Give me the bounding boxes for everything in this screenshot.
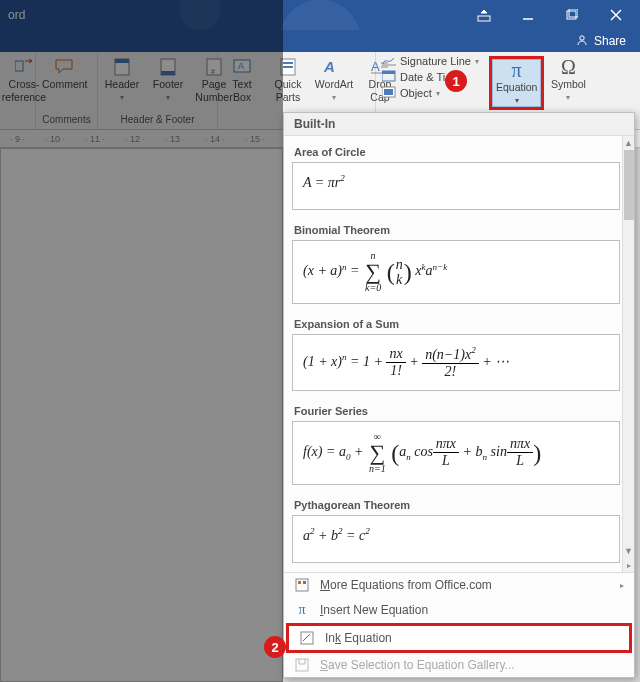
equation-gallery-heading: Fourier Series (290, 399, 622, 421)
pi-icon: π (294, 602, 310, 618)
text-box-label: Text Box (232, 78, 251, 103)
equation-gallery-heading: Area of Circle (290, 140, 622, 162)
equation-bottom-commands: More Equations from Office.com ▸ π Inser… (284, 572, 634, 677)
equation-gallery-heading: Pythagorean Theorem (290, 493, 622, 515)
svg-rect-26 (382, 71, 395, 74)
comment-label: Comment (42, 78, 88, 91)
chevron-down-icon: ▾ (166, 93, 170, 102)
symbol-button[interactable]: Ω Symbol ▾ (546, 56, 590, 110)
group-headerfooter-label: Header & Footer (100, 114, 215, 127)
document-area (0, 148, 283, 682)
share-bar: Share (0, 30, 640, 52)
date-time-label: Date & Ti (400, 71, 445, 83)
chevron-right-icon: ▸ (620, 581, 624, 590)
equation-gallery-item[interactable]: a2 + b2 = c2 (292, 515, 620, 563)
svg-text:A: A (238, 61, 244, 71)
equation-gallery-heading: Expansion of a Sum (290, 312, 622, 334)
header-button[interactable]: Header ▾ (100, 56, 144, 105)
date-time-icon (382, 70, 396, 84)
svg-rect-17 (283, 62, 293, 64)
object-label: Object (400, 87, 432, 99)
svg-rect-7 (15, 61, 23, 71)
text-box-button[interactable]: A Text Box (220, 56, 264, 105)
svg-point-6 (580, 35, 584, 39)
office-icon (294, 578, 310, 592)
group-comments-label: Comments (38, 114, 95, 127)
svg-rect-33 (296, 659, 308, 671)
footer-label: Footer (153, 78, 183, 91)
svg-rect-32 (301, 632, 313, 644)
equation-dropdown-menu: Built-In Area of CircleA = πr2Binomial T… (283, 112, 635, 678)
svg-rect-3 (569, 9, 578, 17)
page[interactable] (0, 148, 283, 682)
callout-2: 2 (264, 636, 286, 658)
ink-icon (299, 631, 315, 645)
svg-text:#: # (211, 68, 215, 75)
titlebar-controls (464, 0, 636, 30)
footer-icon (158, 58, 178, 76)
equation-gallery-item[interactable]: f(x) = a0 + ∞∑n=1 (an cosnπxL + bn sinnπ… (292, 421, 620, 485)
signature-line-button[interactable]: Signature Line ▾ (382, 54, 479, 68)
minimize-button[interactable] (508, 0, 548, 30)
omega-icon: Ω (558, 58, 578, 76)
chevron-down-icon: ▾ (332, 93, 336, 102)
svg-rect-2 (567, 11, 576, 19)
wordart-button[interactable]: A WordArt ▾ (312, 56, 356, 105)
svg-rect-18 (283, 66, 293, 68)
pi-icon: π (507, 61, 527, 79)
gallery-scrollbar[interactable]: ▲ ▼ ▸ (622, 136, 634, 572)
insert-new-equation-button[interactable]: π Insert New Equation (284, 597, 634, 623)
svg-rect-30 (298, 581, 301, 584)
scroll-thumb[interactable] (624, 150, 634, 220)
ink-equation-label: Ink Equation (325, 631, 392, 645)
svg-rect-9 (115, 59, 129, 63)
equation-built-in-header: Built-In (284, 113, 634, 136)
chevron-down-icon: ▾ (120, 93, 124, 102)
object-icon (382, 86, 396, 100)
save-selection-gallery-button: Save Selection to Equation Gallery... (284, 653, 634, 677)
maximize-button[interactable] (552, 0, 592, 30)
cross-reference-icon (14, 58, 34, 76)
svg-rect-11 (161, 71, 175, 75)
comment-button[interactable]: Comment (38, 56, 92, 93)
equation-gallery-heading: Binomial Theorem (290, 218, 622, 240)
save-gallery-icon (294, 658, 310, 672)
comment-icon (55, 58, 75, 76)
person-icon (576, 34, 588, 49)
svg-rect-28 (384, 89, 393, 95)
equation-gallery-item[interactable]: (1 + x)n = 1 + nx1! + n(n−1)x22! + ⋯ (292, 334, 620, 391)
scroll-right-icon[interactable]: ▸ (623, 558, 634, 572)
equation-button[interactable]: π Equation ▾ (489, 56, 544, 110)
chevron-down-icon: ▾ (475, 57, 479, 66)
scroll-up-icon[interactable]: ▲ (623, 136, 634, 150)
quick-parts-button[interactable]: Quick Parts (266, 56, 310, 105)
header-icon (112, 58, 132, 76)
chevron-down-icon: ▾ (515, 96, 519, 105)
text-box-icon: A (232, 58, 252, 76)
equation-label: Equation (496, 81, 537, 94)
window-title: ord (8, 8, 25, 22)
more-equations-office-button[interactable]: More Equations from Office.com ▸ (284, 573, 634, 597)
chevron-down-icon: ▾ (436, 89, 440, 98)
close-button[interactable] (596, 0, 636, 30)
chevron-down-icon: ▾ (566, 93, 570, 102)
more-equations-label: More Equations from Office.com (320, 578, 492, 592)
signature-line-label: Signature Line (400, 55, 471, 67)
header-label: Header (105, 78, 139, 91)
scroll-down-icon[interactable]: ▼ (623, 544, 634, 558)
insert-new-equation-label: Insert New Equation (320, 603, 428, 617)
quick-parts-icon (278, 58, 298, 76)
wordart-label: WordArt (315, 78, 353, 91)
wordart-icon: A (324, 58, 344, 76)
share-button[interactable]: Share (594, 34, 626, 48)
equation-gallery-item[interactable]: (x + a)n = n∑k=0 (nk) xkan−k (292, 240, 620, 304)
ribbon-options-icon[interactable] (464, 0, 504, 30)
symbol-label: Symbol (551, 78, 586, 91)
svg-rect-31 (303, 581, 306, 584)
quick-parts-label: Quick Parts (275, 78, 302, 103)
footer-button[interactable]: Footer ▾ (146, 56, 190, 105)
svg-text:A: A (324, 59, 335, 75)
svg-rect-0 (478, 16, 490, 21)
equation-gallery-item[interactable]: A = πr2 (292, 162, 620, 210)
ink-equation-button[interactable]: Ink Equation (286, 623, 632, 653)
